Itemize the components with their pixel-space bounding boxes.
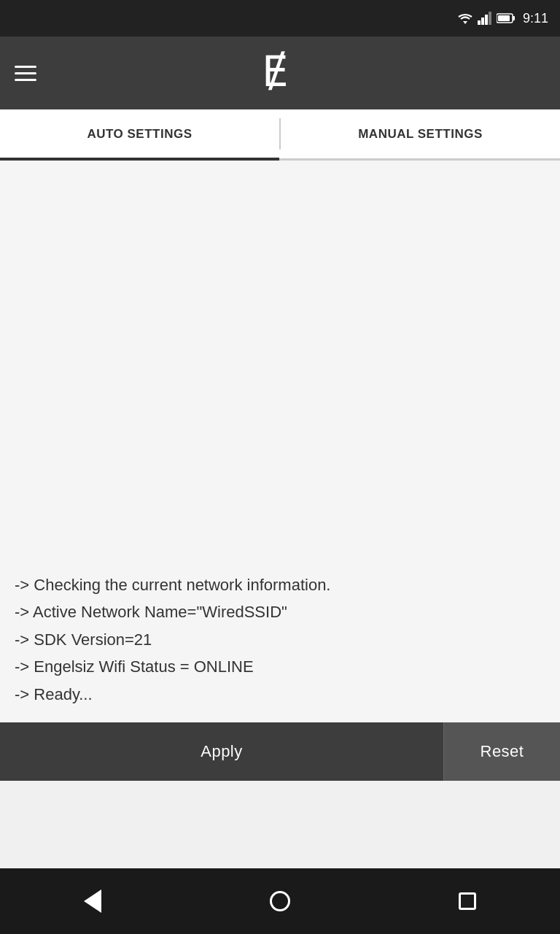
- apply-button[interactable]: Apply: [0, 722, 443, 781]
- log-line-5: -> Ready...: [15, 681, 545, 708]
- log-area: -> Checking the current network informat…: [15, 571, 545, 722]
- hamburger-line-3: [15, 79, 36, 81]
- app-bar: Ɇ: [0, 36, 560, 109]
- hamburger-line-2: [15, 72, 36, 74]
- reset-button[interactable]: Reset: [443, 722, 560, 781]
- log-line-3: -> SDK Version=21: [15, 626, 545, 653]
- below-buttons-space: [0, 781, 560, 868]
- svg-rect-7: [498, 15, 510, 21]
- svg-rect-3: [485, 15, 488, 25]
- svg-rect-6: [513, 16, 515, 20]
- back-icon: [84, 889, 101, 913]
- svg-rect-4: [489, 12, 491, 25]
- hamburger-menu-button[interactable]: [15, 66, 36, 81]
- svg-text:Ɇ: Ɇ: [262, 47, 290, 95]
- status-bar: 9:11: [0, 0, 560, 36]
- hamburger-line-1: [15, 66, 36, 68]
- status-time: 9:11: [523, 11, 548, 26]
- battery-icon: [497, 12, 516, 24]
- logo-icon: Ɇ: [254, 44, 306, 95]
- tab-manual-settings[interactable]: MANUAL SETTINGS: [281, 109, 560, 158]
- svg-rect-1: [478, 20, 481, 25]
- svg-marker-0: [463, 21, 467, 24]
- log-line-4: -> Engelsiz Wifi Status = ONLINE: [15, 653, 545, 680]
- tab-auto-settings[interactable]: AUTO SETTINGS: [0, 109, 279, 158]
- app-logo: Ɇ: [254, 44, 306, 102]
- log-line-1: -> Checking the current network informat…: [15, 571, 545, 598]
- action-buttons: Apply Reset: [0, 722, 560, 781]
- recent-apps-button[interactable]: [437, 885, 498, 917]
- bottom-nav-bar: [0, 868, 560, 934]
- main-content: -> Checking the current network informat…: [0, 161, 560, 722]
- tab-manual-settings-label: MANUAL SETTINGS: [358, 127, 483, 142]
- svg-rect-2: [481, 18, 484, 25]
- tab-auto-settings-label: AUTO SETTINGS: [87, 127, 192, 142]
- status-icons: 9:11: [457, 11, 548, 26]
- home-button[interactable]: [248, 884, 312, 919]
- signal-icon: [478, 12, 492, 25]
- tabs-container: AUTO SETTINGS MANUAL SETTINGS: [0, 109, 560, 161]
- wifi-icon: [457, 12, 473, 24]
- log-line-2: -> Active Network Name="WiredSSID": [15, 598, 545, 625]
- home-icon: [270, 891, 290, 911]
- back-button[interactable]: [62, 882, 123, 920]
- recent-icon: [459, 892, 476, 910]
